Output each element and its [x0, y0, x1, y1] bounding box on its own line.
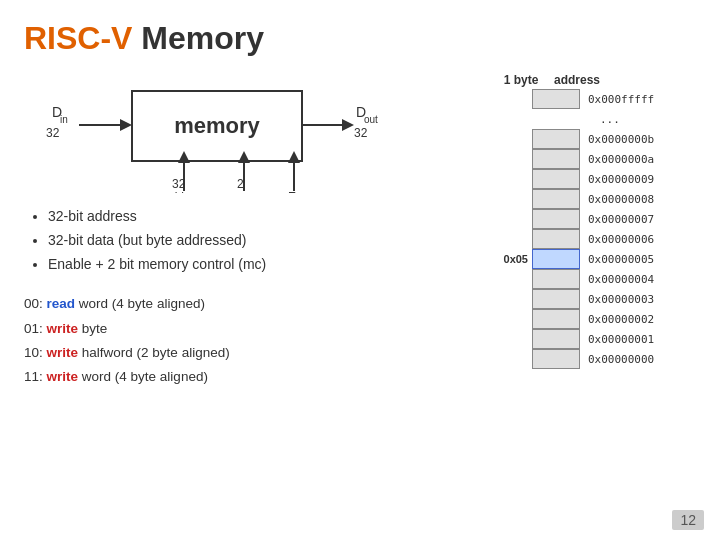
- title-risc-v: RISC-V: [24, 20, 132, 56]
- addr-cell: 0x00000009: [580, 173, 690, 186]
- main-content: D in 32 memory D out 32: [24, 73, 696, 390]
- table-row: 0x00000009: [496, 169, 696, 189]
- addr-cell: 0x00000008: [580, 193, 690, 206]
- op-01: 01: write byte: [24, 317, 486, 341]
- dout-arrowhead: [342, 119, 354, 131]
- addr-cell: 0x00000005: [580, 253, 690, 266]
- addr-cell: 0x00000002: [580, 313, 690, 326]
- addr-cell: 0x00000004: [580, 273, 690, 286]
- diagram: D in 32 memory D out 32: [24, 73, 444, 193]
- mem-table: 0x000fffff...0x0000000b0x0000000a0x00000…: [496, 89, 696, 369]
- ops-list: 00: read word (4 byte aligned) 01: write…: [24, 292, 486, 389]
- addr-cell: 0x000fffff: [580, 93, 690, 106]
- memory-table-section: 1 byte address 0x000fffff...0x0000000b0x…: [496, 73, 696, 390]
- dout-sub: out: [364, 114, 378, 125]
- byte-cell: [532, 289, 580, 309]
- din-sub: in: [60, 114, 68, 125]
- table-row: 0x00000004: [496, 269, 696, 289]
- op-10-action: write: [47, 345, 79, 360]
- op-00: 00: read word (4 byte aligned): [24, 292, 486, 316]
- table-row: 0x00000008: [496, 189, 696, 209]
- byte-cell: [532, 109, 580, 129]
- mc-label: mc: [236, 190, 252, 193]
- table-row: 0x00000001: [496, 329, 696, 349]
- op-10: 10: write halfword (2 byte aligned): [24, 341, 486, 365]
- byte-cell: [532, 269, 580, 289]
- table-row: 0x00000000: [496, 349, 696, 369]
- op-10-desc: halfword (2 byte aligned): [82, 345, 230, 360]
- memory-box-label: memory: [174, 113, 260, 138]
- table-row: 0x00000006: [496, 229, 696, 249]
- byte-cell: [532, 189, 580, 209]
- byte-cell: [532, 309, 580, 329]
- table-row: 0x000fffff: [496, 89, 696, 109]
- addr-cell: ...: [580, 113, 690, 126]
- table-row: 0x0000000b: [496, 129, 696, 149]
- byte-cell: [532, 229, 580, 249]
- table-row: 0x00000002: [496, 309, 696, 329]
- bullet-list: 32-bit address 32-bit data (but byte add…: [28, 205, 486, 276]
- op-00-action: read: [47, 296, 76, 311]
- bullet-3: Enable + 2 bit memory control (mc): [48, 253, 486, 277]
- title-memory: Memory: [141, 20, 264, 56]
- addr-cell: 0x0000000b: [580, 133, 690, 146]
- page-title: RISC-V Memory: [24, 20, 696, 57]
- bullet-2: 32-bit data (but byte addressed): [48, 229, 486, 253]
- table-row: ...: [496, 109, 696, 129]
- addr-cell: 0x0000000a: [580, 153, 690, 166]
- byte-cell: [532, 129, 580, 149]
- diagram-svg: D in 32 memory D out 32: [24, 73, 444, 193]
- highlight-label: 0x05: [496, 253, 532, 265]
- op-11: 11: write word (4 byte aligned): [24, 365, 486, 389]
- table-row: 0x0000000a: [496, 149, 696, 169]
- op-00-desc: word (4 byte aligned): [79, 296, 205, 311]
- op-11-action: write: [47, 369, 79, 384]
- addr-label: addr: [164, 190, 188, 193]
- th-1byte: 1 byte: [496, 73, 546, 87]
- addr-cell: 0x00000000: [580, 353, 690, 366]
- addr-cell: 0x00000001: [580, 333, 690, 346]
- op-01-code: 01:: [24, 321, 43, 336]
- left-section: D in 32 memory D out 32: [24, 73, 486, 390]
- addr-cell: 0x00000006: [580, 233, 690, 246]
- addr-bits-label: 32: [172, 177, 186, 191]
- mc-bits-label: 2: [237, 177, 244, 191]
- dout-bits: 32: [354, 126, 368, 140]
- table-row: 0x00000007: [496, 209, 696, 229]
- din-bits: 32: [46, 126, 60, 140]
- din-arrowhead: [120, 119, 132, 131]
- op-10-code: 10:: [24, 345, 43, 360]
- byte-cell: [532, 169, 580, 189]
- byte-cell: [532, 209, 580, 229]
- byte-cell: [532, 249, 580, 269]
- th-address: address: [546, 73, 656, 87]
- op-01-desc: byte: [82, 321, 108, 336]
- bullet-1: 32-bit address: [48, 205, 486, 229]
- addr-cell: 0x00000003: [580, 293, 690, 306]
- byte-cell: [532, 329, 580, 349]
- op-11-desc: word (4 byte aligned): [82, 369, 208, 384]
- table-row: 0x050x00000005: [496, 249, 696, 269]
- page: RISC-V Memory D in 32 memory: [0, 0, 720, 540]
- op-11-code: 11:: [24, 369, 43, 384]
- table-header: 1 byte address: [496, 73, 696, 87]
- op-01-action: write: [47, 321, 79, 336]
- byte-cell: [532, 349, 580, 369]
- addr-cell: 0x00000007: [580, 213, 690, 226]
- byte-cell: [532, 149, 580, 169]
- op-00-code: 00:: [24, 296, 43, 311]
- byte-cell: [532, 89, 580, 109]
- table-row: 0x00000003: [496, 289, 696, 309]
- page-number: 12: [672, 510, 704, 530]
- e-label: E: [288, 190, 296, 193]
